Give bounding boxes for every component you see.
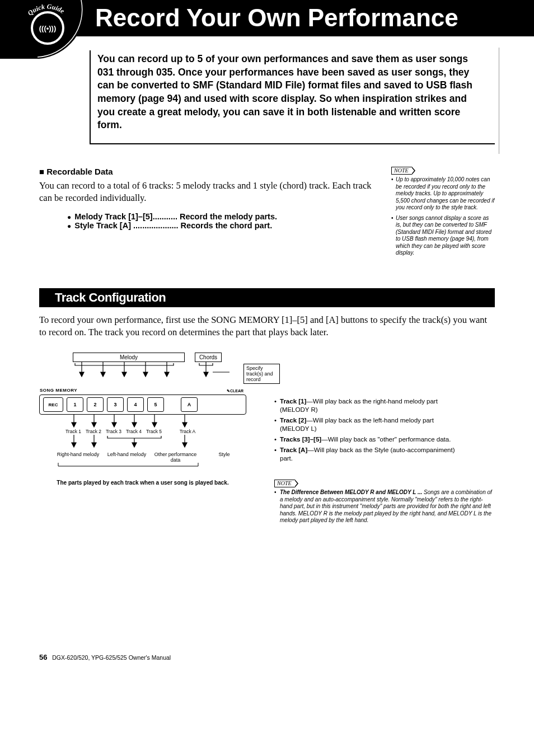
svg-text:(((•))): (((•))) xyxy=(39,24,57,32)
note-box-1: NOTE Up to approximately 10,000 notes ca… xyxy=(391,167,495,260)
button-5: 5 xyxy=(147,397,164,412)
svg-marker-11 xyxy=(143,372,148,377)
page-footer: 56 DGX-620/520, YPG-625/525 Owner's Manu… xyxy=(39,653,495,661)
svg-marker-32 xyxy=(92,443,96,447)
list-item: Track [2]—Will play back as the left-han… xyxy=(274,416,459,433)
specify-box: Specify track(s) and record xyxy=(243,364,280,384)
note-box-2: NOTE The Difference Between MELODY R and… xyxy=(274,480,495,524)
track-label: Track 2 xyxy=(85,429,102,434)
melody-label-box: Melody xyxy=(73,353,185,362)
bottom-label: Style xyxy=(202,452,246,463)
recordable-body: You can record to a total of 6 tracks: 5… xyxy=(39,180,380,205)
track-config-body: To record your own performance, first us… xyxy=(39,314,495,339)
svg-marker-26 xyxy=(152,422,157,427)
song-memory-label: SONG MEMORY xyxy=(40,388,77,393)
intro-box: You can record up to 5 of your own perfo… xyxy=(90,50,495,144)
chords-label-box: Chords xyxy=(195,353,222,362)
svg-marker-22 xyxy=(112,422,116,427)
list-item: Tracks [3]–[5]—Will play back as "other"… xyxy=(274,435,459,444)
svg-marker-15 xyxy=(204,372,208,377)
track-assignments: Melody Track [1]–[5]........... Record t… xyxy=(67,212,380,230)
button-2: 2 xyxy=(87,397,104,412)
page-number: 56 xyxy=(39,653,47,661)
track-descriptions: Track [1]—Will play back as the right-ha… xyxy=(274,397,459,463)
bottom-label: Left-hand melody xyxy=(105,452,149,463)
svg-marker-36 xyxy=(182,443,187,447)
note-label: NOTE xyxy=(274,480,295,488)
svg-marker-30 xyxy=(72,443,76,447)
note-item: Up to approximately 10,000 notes can be … xyxy=(396,176,495,212)
button-a: A xyxy=(181,397,198,412)
track-label: Track 3 xyxy=(105,429,122,434)
track-config-heading: Track Configuration xyxy=(39,288,495,307)
note2-title: The Difference Between MELODY R and MELO… xyxy=(280,489,422,495)
bottom-label: Right-hand melody xyxy=(56,452,100,463)
svg-marker-7 xyxy=(101,372,105,377)
note-item: User songs cannot display a score as is,… xyxy=(396,215,495,257)
svg-marker-20 xyxy=(92,422,96,427)
diagram-caption: The parts played by each track when a us… xyxy=(39,480,246,486)
track-label: Track 1 xyxy=(65,429,82,434)
bottom-label: Other performance data xyxy=(153,452,198,463)
svg-marker-34 xyxy=(132,443,137,447)
button-3: 3 xyxy=(107,397,124,412)
button-1: 1 xyxy=(67,397,83,412)
intro-text: You can record up to 5 of your own perfo… xyxy=(97,53,484,132)
track-diagram: Melody Chords Specify track(s) and recor… xyxy=(39,353,246,485)
style-track-line: Style Track [A] .................... Rec… xyxy=(67,221,380,230)
svg-marker-13 xyxy=(165,372,169,377)
svg-marker-18 xyxy=(72,422,76,427)
track-label: Track 4 xyxy=(125,429,142,434)
recordable-heading: ■ Recordable Data xyxy=(39,167,380,176)
manual-name: DGX-620/520, YPG-625/525 Owner's Manual xyxy=(52,654,171,661)
list-item: Track [A]—Will play back as the Style (a… xyxy=(274,446,459,463)
button-panel: SONG MEMORY ✎CLEAR REC 1 2 3 4 5 A xyxy=(39,395,246,415)
note-label: NOTE xyxy=(391,167,412,175)
button-4: 4 xyxy=(127,397,144,412)
quick-guide-badge: (((•))) Quick Guide xyxy=(0,0,84,59)
track-label: Track A xyxy=(179,429,196,434)
svg-marker-28 xyxy=(182,422,187,427)
rec-button: REC xyxy=(43,397,63,412)
svg-marker-24 xyxy=(132,422,137,427)
melody-track-line: Melody Track [1]–[5]........... Record t… xyxy=(67,212,380,221)
clear-label: ✎CLEAR xyxy=(227,389,243,393)
list-item: Track [1]—Will play back as the right-ha… xyxy=(274,397,459,414)
svg-marker-9 xyxy=(122,372,127,377)
svg-marker-5 xyxy=(79,372,84,377)
track-label: Track 5 xyxy=(146,429,162,434)
